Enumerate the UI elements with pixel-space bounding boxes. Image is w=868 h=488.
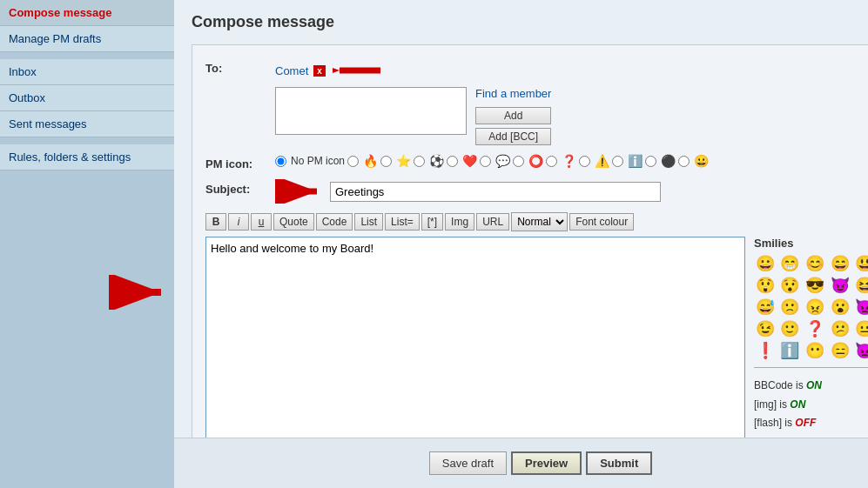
pm-icon-speech[interactable]: 💬 <box>495 154 510 168</box>
flash-off: OFF <box>795 417 816 429</box>
smiley-14[interactable]: 😮 <box>829 297 851 317</box>
smiley-17[interactable]: 🙂 <box>779 319 802 338</box>
toolbar-code[interactable]: Code <box>316 213 353 231</box>
pm-icon-row: PM icon: No PM icon 🔥 ⭐ ⚽ ❤️ <box>205 154 868 170</box>
toolbar-font-size-select[interactable]: Normal Tiny Small Large Huge <box>511 212 568 231</box>
smiley-15[interactable]: 👿 <box>853 297 868 317</box>
sidebar-item-manage-pm-drafts[interactable]: Manage PM drafts <box>0 26 174 52</box>
pm-icon-radio-4[interactable] <box>447 156 458 167</box>
pm-icon-radio-1[interactable] <box>347 156 359 167</box>
pm-icon-heart[interactable]: ❤️ <box>462 154 477 168</box>
smiley-11[interactable]: 😅 <box>754 297 777 317</box>
pm-icon-radio-9[interactable] <box>612 156 623 167</box>
to-field: Comet x <box>275 58 868 145</box>
pm-icon-radio-11[interactable] <box>678 156 690 167</box>
pm-icon-radio-2[interactable] <box>380 156 392 167</box>
sidebar-item-outbox[interactable]: Outbox <box>0 85 174 111</box>
smiley-10[interactable]: 😆 <box>853 276 868 295</box>
toolbar-bold[interactable]: B <box>205 213 226 231</box>
to-recipients-row: Comet x <box>275 58 868 83</box>
pm-icon-radio-3[interactable] <box>414 156 425 167</box>
bottom-buttons: Save draft Preview Submit <box>174 438 868 488</box>
smiley-20[interactable]: 😐 <box>853 319 868 338</box>
smilies-panel: Smilies 😀 😁 😊 😄 😃 😲 😯 😎 😈 😆 <box>754 237 868 438</box>
subject-row: Subject: <box>205 179 868 204</box>
bbcode-info: BBCode is ON [img] is ON [flash] is OFF … <box>754 377 868 438</box>
toolbar-quote[interactable]: Quote <box>273 213 314 231</box>
smiley-3[interactable]: 😊 <box>804 254 826 273</box>
bbcode-status: BBCode is ON <box>754 377 868 396</box>
smiley-6[interactable]: 😲 <box>754 276 777 295</box>
pm-icon-radio-7[interactable] <box>546 156 557 167</box>
pm-icon-radio-10[interactable] <box>645 156 656 167</box>
smiley-19[interactable]: 😕 <box>829 319 851 338</box>
pm-icon-question[interactable]: ❓ <box>562 154 576 168</box>
pm-icon-dot[interactable]: ⚫ <box>661 154 676 168</box>
smiley-12[interactable]: 🙁 <box>779 297 802 317</box>
toolbar-font-colour[interactable]: Font colour <box>569 213 634 231</box>
sidebar-item-sent-messages[interactable]: Sent messages <box>0 111 174 137</box>
smiley-25[interactable]: 👿 <box>853 341 868 360</box>
smiley-7[interactable]: 😯 <box>779 276 802 295</box>
toolbar-img[interactable]: Img <box>445 213 474 231</box>
pm-icon-soccer[interactable]: ⚽ <box>429 154 444 168</box>
pm-icon-radio-8[interactable] <box>579 156 590 167</box>
smiley-22[interactable]: ℹ️ <box>779 341 802 360</box>
remove-recipient-button[interactable]: x <box>313 65 326 77</box>
pm-icon-flame[interactable]: 🔥 <box>363 154 378 168</box>
sidebar-item-rules-folders-settings[interactable]: Rules, folders & settings <box>0 144 174 170</box>
smiley-16[interactable]: 😉 <box>754 319 777 338</box>
toolbar-list-equals[interactable]: List= <box>385 213 420 231</box>
compose-area: To: Comet x <box>192 44 868 438</box>
message-textarea[interactable]: Hello and welcome to my Board! <box>205 237 745 438</box>
to-textarea[interactable] <box>275 87 467 135</box>
add-bcc-button[interactable]: Add [BCC] <box>475 128 551 145</box>
recipient-name: Comet <box>275 64 308 77</box>
smiley-1[interactable]: 😀 <box>754 254 777 273</box>
smiley-2[interactable]: 😁 <box>779 254 802 273</box>
toolbar-list-star[interactable]: [*] <box>421 213 443 231</box>
save-draft-button[interactable]: Save draft <box>429 451 507 475</box>
smiley-9[interactable]: 😈 <box>829 276 851 295</box>
subject-label: Subject: <box>205 179 275 196</box>
page-title: Compose message <box>192 13 868 31</box>
sidebar-item-inbox[interactable]: Inbox <box>0 59 174 85</box>
annotation-arrow-subject <box>275 179 323 204</box>
pm-icon-radio-5[interactable] <box>480 156 491 167</box>
add-button[interactable]: Add <box>475 107 551 124</box>
toolbar-list[interactable]: List <box>354 213 383 231</box>
pm-icon-smiley[interactable]: 😀 <box>694 154 709 168</box>
sidebar-item-compose-message[interactable]: Compose message <box>0 0 174 26</box>
pm-icon-label: PM icon: <box>205 154 275 170</box>
submit-button[interactable]: Submit <box>586 451 652 475</box>
subject-input[interactable] <box>330 182 661 202</box>
smiley-23[interactable]: 😶 <box>804 341 826 360</box>
smiley-5[interactable]: 😃 <box>853 254 868 273</box>
smiley-8[interactable]: 😎 <box>804 276 826 295</box>
pm-icon-info[interactable]: ℹ️ <box>628 154 643 168</box>
preview-button[interactable]: Preview <box>511 451 582 475</box>
pm-icon-field: No PM icon 🔥 ⭐ ⚽ ❤️ 💬 ⭕ <box>275 154 868 168</box>
bbcode-on: ON <box>806 379 822 391</box>
pm-icon-none-radio[interactable] <box>275 156 286 167</box>
pm-icon-radio-6[interactable] <box>513 156 524 167</box>
pm-icon-star[interactable]: ⭐ <box>396 154 411 168</box>
subject-field <box>275 179 868 204</box>
toolbar: B i u Quote Code List List= [*] Img URL … <box>205 212 868 231</box>
img-on: ON <box>790 398 805 411</box>
toolbar-italic[interactable]: i <box>228 213 249 231</box>
smilies-grid: 😀 😁 😊 😄 😃 😲 😯 😎 😈 😆 😅 🙁 <box>754 254 868 368</box>
smiley-4[interactable]: 😄 <box>829 254 851 273</box>
smiley-24[interactable]: 😑 <box>829 341 851 360</box>
img-status: [img] is ON <box>754 396 868 415</box>
smiley-21[interactable]: ❗ <box>754 341 777 360</box>
find-member-link[interactable]: Find a member <box>475 87 551 100</box>
compose-form: Compose message To: Comet x <box>174 0 868 438</box>
pm-icon-warning[interactable]: ⚠️ <box>595 154 609 168</box>
smiley-13[interactable]: 😠 <box>804 297 826 317</box>
toolbar-underline[interactable]: u <box>251 213 272 231</box>
to-row: To: Comet x <box>205 58 868 145</box>
pm-icon-circle[interactable]: ⭕ <box>528 154 543 168</box>
smiley-18[interactable]: ❓ <box>804 319 826 338</box>
toolbar-url[interactable]: URL <box>476 213 509 231</box>
